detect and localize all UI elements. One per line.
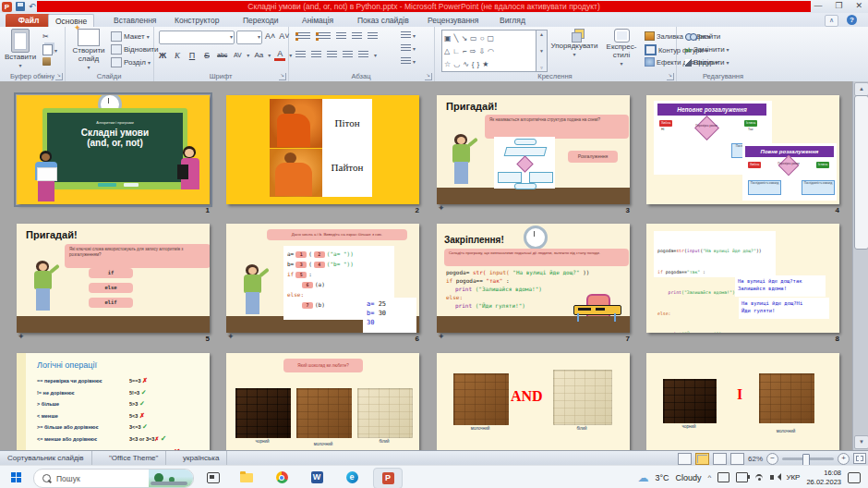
replace-button[interactable]: abЗамінити▾ bbox=[685, 45, 729, 54]
slide-thumbnail-11[interactable]: AND молочний білий bbox=[437, 353, 630, 450]
shape-icon[interactable]: ╲ bbox=[454, 34, 459, 43]
slide-thumbnail-8[interactable]: pogoda=str(input("На вулиці йде дощ?")) … bbox=[646, 224, 839, 346]
paste-button[interactable]: Вставити▾ bbox=[4, 29, 37, 70]
dialog-launcher-icon[interactable]: ↘ bbox=[667, 73, 674, 80]
grow-font-button[interactable]: A˄ bbox=[264, 31, 276, 41]
minimize-button[interactable]: — bbox=[814, 0, 822, 12]
shape-icon[interactable]: ⌐ bbox=[463, 47, 467, 55]
slide-thumbnail-2[interactable]: Пітон Пайтон 2 bbox=[226, 95, 419, 217]
keyboard-language[interactable]: УКР bbox=[786, 473, 800, 482]
taskbar-edge[interactable]: e bbox=[338, 468, 366, 487]
taskbar-file-explorer[interactable] bbox=[233, 468, 260, 487]
help-icon[interactable]: ? bbox=[847, 15, 857, 25]
shape-icon[interactable]: ∿ bbox=[463, 60, 469, 68]
scrollbar-thumb[interactable] bbox=[854, 95, 868, 250]
shape-icon[interactable]: { bbox=[472, 60, 475, 68]
align-text-icon[interactable] bbox=[401, 44, 411, 53]
slide-thumbnail-10[interactable]: Який шоколад ви любите? чорний молочний … bbox=[226, 353, 419, 450]
justify-icon[interactable] bbox=[343, 51, 353, 59]
tab-animations[interactable]: Анімація bbox=[295, 14, 340, 27]
tab-insert[interactable]: Вставлення bbox=[107, 14, 163, 27]
format-painter-button[interactable] bbox=[42, 57, 51, 66]
slide-thumbnail-6[interactable]: Дано числа a і b. Виведіть на екран біль… bbox=[226, 224, 419, 346]
select-button[interactable]: Виділити▾ bbox=[685, 58, 729, 67]
slide-thumbnail-9[interactable]: Логічні операції == перевірка чи дорівню… bbox=[17, 353, 210, 450]
italic-button[interactable]: К bbox=[172, 51, 183, 60]
shape-icon[interactable]: ★ bbox=[482, 60, 488, 68]
slide-thumbnail-1[interactable]: Алгоритми і програми Складні умови (and,… bbox=[17, 95, 210, 217]
dialog-launcher-icon[interactable]: ↘ bbox=[279, 73, 286, 80]
reading-view-button[interactable] bbox=[713, 453, 727, 465]
find-button[interactable]: Знайти bbox=[685, 32, 720, 41]
weather-cond[interactable]: Cloudy bbox=[676, 473, 702, 482]
normal-view-button[interactable] bbox=[678, 453, 692, 465]
zoom-in-button[interactable]: + bbox=[838, 453, 850, 465]
increase-indent-icon[interactable] bbox=[352, 32, 362, 41]
animation-star-icon[interactable]: ✦ bbox=[438, 203, 445, 213]
shape-icon[interactable]: ▢ bbox=[488, 34, 495, 43]
shape-icon[interactable]: ◡ bbox=[453, 60, 460, 68]
numbering-icon[interactable] bbox=[316, 32, 331, 41]
layout-button[interactable]: Макет▾ bbox=[111, 31, 150, 42]
powerpoint-logo-icon[interactable]: P bbox=[2, 2, 12, 12]
shape-icon[interactable]: ○ bbox=[480, 34, 485, 43]
close-button[interactable]: ✕ bbox=[855, 0, 862, 12]
align-left-icon[interactable] bbox=[295, 51, 306, 59]
zoom-out-button[interactable]: − bbox=[766, 453, 778, 465]
columns-icon[interactable] bbox=[358, 51, 368, 59]
slide-thumbnail-7[interactable]: Закріплення! Складіть програму, що визна… bbox=[437, 224, 630, 346]
scroll-down-icon[interactable]: ▼ bbox=[854, 435, 868, 449]
reset-button[interactable]: Відновити bbox=[111, 44, 159, 55]
strikethrough-button[interactable]: abc bbox=[216, 52, 228, 58]
arrange-button[interactable]: Упорядкувати▾ bbox=[550, 29, 598, 59]
quick-styles-button[interactable]: Експрес-стилі▾ bbox=[600, 29, 643, 68]
weather-temp[interactable]: 3°C bbox=[655, 473, 669, 482]
cast-icon[interactable] bbox=[717, 472, 729, 482]
tab-review[interactable]: Рецензування bbox=[421, 14, 485, 27]
smartart-convert-icon[interactable] bbox=[401, 57, 411, 66]
zoom-slider-thumb[interactable] bbox=[802, 454, 810, 466]
scroll-up-icon[interactable]: ▲ bbox=[854, 82, 868, 96]
shapes-gallery-scroll[interactable]: ▲▼▿ bbox=[536, 30, 548, 72]
shape-icon[interactable]: ☆ bbox=[444, 60, 451, 68]
shape-icon[interactable]: ⇩ bbox=[478, 47, 485, 55]
animation-star-icon[interactable]: ✦ bbox=[438, 332, 445, 341]
search-input[interactable]: Пошук bbox=[33, 469, 194, 488]
decrease-indent-icon[interactable] bbox=[336, 32, 346, 41]
slide-sorter-view-button[interactable] bbox=[695, 453, 709, 465]
new-slide-button[interactable]: Створити слайд▾ bbox=[68, 29, 109, 72]
shape-icon[interactable]: ◠ bbox=[488, 47, 494, 55]
align-center-icon[interactable] bbox=[311, 51, 321, 59]
font-color-button[interactable]: A bbox=[274, 49, 285, 61]
taskbar-powerpoint[interactable]: P bbox=[373, 468, 403, 488]
language-label[interactable]: українська bbox=[175, 451, 227, 466]
change-case-button[interactable]: Aa bbox=[253, 51, 264, 59]
shape-icon[interactable]: ∟ bbox=[452, 47, 460, 55]
slide-thumbnail-5[interactable]: Пригадай! Які ключові слова використовую… bbox=[17, 224, 210, 346]
shape-icon[interactable]: ⇨ bbox=[470, 47, 476, 55]
shape-icon[interactable]: △ bbox=[444, 47, 450, 55]
undo-icon[interactable]: ↶ bbox=[29, 2, 36, 11]
taskbar-chrome[interactable] bbox=[268, 468, 295, 487]
underline-button[interactable]: П bbox=[187, 51, 198, 60]
section-button[interactable]: Розділ▾ bbox=[111, 57, 151, 67]
shape-icon[interactable]: ↘ bbox=[461, 34, 467, 43]
animation-star-icon[interactable]: ✦ bbox=[18, 332, 25, 341]
maximize-button[interactable]: ❐ bbox=[835, 0, 842, 12]
font-size-combo[interactable] bbox=[236, 30, 262, 44]
dialog-launcher-icon[interactable]: ↘ bbox=[425, 73, 432, 80]
save-icon[interactable] bbox=[16, 2, 25, 11]
tab-home[interactable]: Основне bbox=[48, 14, 94, 28]
taskbar-word[interactable]: W bbox=[303, 468, 331, 487]
start-button[interactable] bbox=[11, 472, 21, 482]
shape-icon[interactable]: ▣ bbox=[444, 34, 452, 43]
align-right-icon[interactable] bbox=[327, 51, 337, 59]
tab-slideshow[interactable]: Показ слайдів bbox=[351, 14, 416, 27]
tab-view[interactable]: Вигляд bbox=[493, 14, 532, 27]
collapse-ribbon-icon[interactable]: ∧ bbox=[825, 15, 838, 27]
tab-transitions[interactable]: Переходи bbox=[236, 14, 285, 27]
clock-date[interactable]: 16:08 26.02.2023 bbox=[806, 469, 841, 486]
weather-cloud-icon[interactable]: ☁ bbox=[637, 471, 648, 484]
hidden-icons-chevron[interactable]: ^ bbox=[708, 473, 712, 482]
wifi-icon[interactable] bbox=[754, 474, 764, 482]
